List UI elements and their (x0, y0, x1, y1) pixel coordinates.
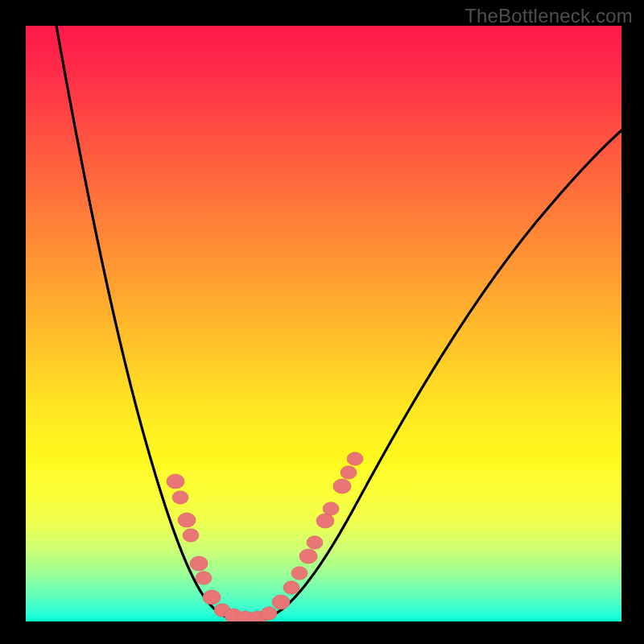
data-marker (172, 491, 188, 504)
data-marker (283, 581, 299, 594)
data-marker (307, 536, 323, 549)
data-marker (261, 607, 277, 620)
marker-group (167, 452, 363, 621)
data-marker (183, 529, 199, 542)
data-marker (178, 513, 196, 527)
curve-left-branch (56, 26, 254, 620)
plot-area (26, 26, 621, 621)
data-marker (203, 590, 221, 605)
curve-left-branch-thin (56, 26, 254, 620)
chart-frame: TheBottleneck.com (0, 0, 644, 644)
data-marker (190, 556, 208, 571)
data-marker (299, 549, 317, 564)
data-marker (341, 466, 357, 479)
data-marker (347, 452, 363, 465)
curve-layer (26, 26, 621, 621)
data-marker (272, 595, 290, 609)
data-marker (316, 514, 334, 528)
data-marker (323, 502, 339, 515)
data-marker (196, 572, 212, 584)
bottleneck-curve (56, 26, 621, 620)
watermark-text: TheBottleneck.com (464, 5, 633, 27)
data-marker (167, 474, 184, 489)
data-marker (333, 479, 351, 493)
data-marker (291, 567, 308, 580)
